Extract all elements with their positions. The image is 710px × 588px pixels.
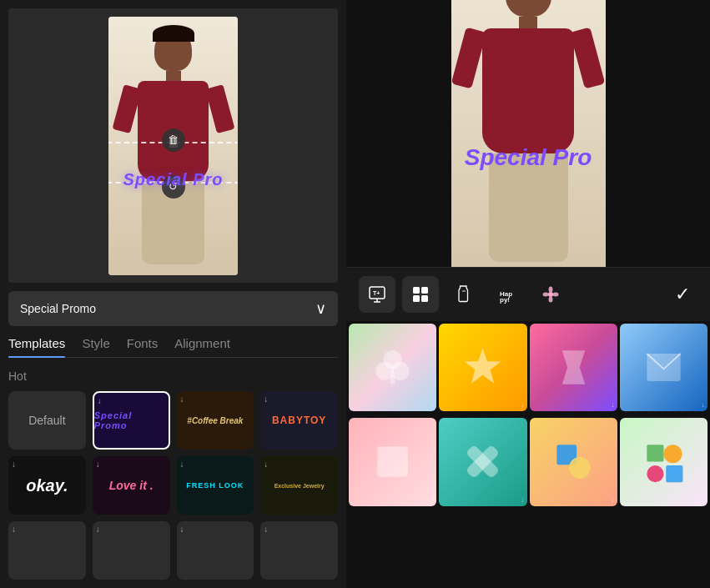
svg-rect-4: [413, 287, 420, 294]
sticker-diamond-download: ↓: [702, 400, 706, 409]
download-icon-7: ↓: [264, 460, 268, 469]
template-jewelry[interactable]: ↓ Exclusive Jewelry: [260, 456, 338, 515]
template-stub-3[interactable]: ↓: [177, 521, 254, 580]
flowers-icon-button[interactable]: [532, 276, 569, 313]
large-model-sleeve-right: [570, 28, 605, 89]
canvas-area: 🗑 ↺ ⧉ Special Pro: [8, 8, 338, 283]
sticker-clover[interactable]: ↓: [349, 324, 436, 411]
svg-rect-5: [421, 287, 428, 294]
template-stub-4[interactable]: ↓: [260, 521, 338, 580]
svg-rect-22: [377, 447, 408, 478]
svg-marker-20: [465, 349, 501, 384]
template-okay-label: okay.: [26, 476, 68, 495]
tab-templates[interactable]: Templates: [8, 336, 65, 357]
templates-grid-row2: ↓ okay. ↓ Love it . ↓ FRESH LOOK ↓ Exclu…: [8, 456, 338, 515]
tab-alignment[interactable]: Alignment: [174, 336, 230, 357]
sticker-diamond[interactable]: ↓: [620, 324, 707, 411]
svg-rect-19: [390, 375, 395, 384]
download-icon: ↓: [98, 396, 102, 405]
toolbar-icons: T+ Hap py!: [359, 276, 569, 313]
template-loveit[interactable]: ↓ Love it .: [93, 456, 170, 515]
sticker-cross-teal[interactable]: ↓: [439, 418, 526, 505]
svg-point-13: [549, 297, 553, 303]
chevron-down-icon: ∨: [315, 299, 326, 318]
large-text-overlay: Special Pro: [465, 144, 592, 171]
svg-rect-7: [421, 295, 428, 302]
svg-rect-27: [647, 445, 663, 462]
template-dropdown[interactable]: Special Promo ∨: [8, 291, 338, 326]
template-stub-2[interactable]: ↓: [93, 521, 170, 580]
sticker-star-download: ↓: [521, 400, 525, 409]
model-head: [154, 29, 192, 71]
sticker-cross-download: ↓: [521, 495, 525, 504]
templates-grid-row1: Default ↓ Special Promo ↓ #Coffee Break …: [8, 391, 338, 450]
sticker-star[interactable]: ↓: [439, 324, 526, 411]
confirm-button[interactable]: ✓: [667, 279, 697, 309]
sticker-circle-yellow-download: ↓: [611, 495, 615, 504]
download-icon-9: ↓: [96, 525, 100, 534]
template-freshlook-label: FRESH LOOK: [186, 481, 244, 490]
sticker-square-pink[interactable]: ↓: [349, 418, 436, 505]
svg-point-26: [569, 457, 591, 479]
template-babytoy[interactable]: ↓ BABYTOY: [260, 391, 338, 450]
download-icon-6: ↓: [180, 460, 184, 469]
template-okay[interactable]: ↓ okay.: [8, 456, 86, 515]
large-model: [451, 0, 606, 267]
model-sleeve-right: [205, 84, 234, 133]
preview-area: Special Pro: [346, 0, 710, 267]
template-coffee-label: #Coffee Break: [187, 416, 243, 425]
svg-rect-6: [413, 295, 420, 302]
sticker-row-1: ↓ ↓ ↓ ↓: [346, 321, 710, 414]
svg-rect-29: [647, 465, 663, 482]
template-loveit-label: Love it .: [109, 479, 154, 492]
svg-point-15: [553, 293, 559, 297]
large-model-sleeve-left: [451, 28, 486, 89]
photo-card: 🗑 ↺ ⧉ Special Pro: [108, 17, 238, 275]
svg-text:py!: py!: [500, 296, 510, 304]
model-hair: [153, 25, 194, 42]
icon-toolbar: T+ Hap py!: [346, 267, 710, 321]
sticker-clover-download: ↓: [431, 400, 435, 409]
svg-point-8: [462, 290, 466, 292]
sticker-hourglass[interactable]: ↓: [530, 324, 617, 411]
download-icon-3: ↓: [264, 395, 268, 404]
svg-point-14: [543, 293, 549, 297]
template-default-label: Default: [28, 414, 65, 427]
svg-point-12: [549, 287, 553, 293]
delete-button[interactable]: 🗑: [162, 128, 185, 152]
download-icon-11: ↓: [264, 525, 268, 534]
template-coffee-break[interactable]: ↓ #Coffee Break: [177, 391, 254, 450]
template-freshlook[interactable]: ↓ FRESH LOOK: [177, 456, 254, 515]
sticker-geometric-download: ↓: [702, 495, 706, 504]
download-icon-10: ↓: [180, 525, 184, 534]
template-stub-1[interactable]: ↓: [8, 521, 86, 580]
left-panel: 🗑 ↺ ⧉ Special Pro Special Promo ∨ Templa…: [0, 0, 346, 588]
template-default[interactable]: Default: [8, 391, 86, 450]
download-icon-2: ↓: [180, 395, 184, 404]
tabs-row: Templates Style Fonts Alignment: [8, 336, 338, 358]
template-babytoy-label: BABYTOY: [272, 415, 326, 426]
bottle-icon-button[interactable]: [446, 276, 482, 313]
tab-style[interactable]: Style: [82, 336, 109, 357]
photo-background: 🗑 ↺ ⧉ Special Pro: [108, 17, 238, 275]
svg-rect-30: [666, 465, 682, 482]
sticker-area: ↓ ↓ ↓ ↓: [346, 321, 710, 588]
selection-box: 🗑 ↺ ⧉ Special Pro: [108, 142, 238, 183]
add-text-icon-button[interactable]: T+: [359, 276, 395, 313]
template-special-promo[interactable]: ↓ Special Promo: [93, 391, 170, 450]
large-model-torso: [482, 28, 574, 153]
section-hot-label: Hot: [8, 369, 338, 383]
happy-text-icon-button[interactable]: Hap py!: [489, 276, 526, 313]
apps-grid-icon-button[interactable]: [402, 276, 439, 313]
dropdown-value: Special Promo: [20, 302, 96, 315]
svg-point-11: [548, 292, 553, 297]
download-icon-5: ↓: [96, 460, 100, 469]
sticker-circle-yellow[interactable]: ↓: [530, 418, 617, 505]
large-model-head: [506, 0, 551, 17]
download-icon-8: ↓: [12, 525, 16, 534]
canvas-text-overlay: Special Pro: [123, 169, 224, 188]
sticker-geometric[interactable]: ↓: [620, 418, 707, 505]
download-icon-4: ↓: [12, 460, 16, 469]
tab-fonts[interactable]: Fonts: [127, 336, 159, 357]
model-neck: [166, 71, 181, 81]
